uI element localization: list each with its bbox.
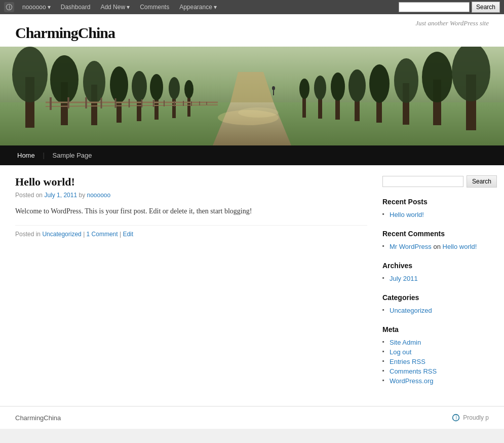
widget-meta-title: Meta: [382, 325, 489, 334]
svg-point-10: [83, 61, 105, 103]
site-title: CharmingChina: [15, 24, 115, 42]
sidebar-search-input[interactable]: [382, 176, 463, 187]
list-item: July 2011: [382, 274, 489, 283]
recent-posts-list: Hello world!: [382, 210, 489, 219]
recent-comments-list: Mr WordPress on Hello world!: [382, 242, 489, 251]
post-footer: Posted in Uncategorized | 1 Comment | Ed…: [15, 225, 367, 238]
meta-link-comments-rss[interactable]: Comments RSS: [390, 367, 437, 375]
site-tagline: Just another WordPress site: [415, 10, 489, 27]
sidebar-search-button[interactable]: Search: [467, 175, 497, 188]
nav-item-sample-page[interactable]: Sample Page: [46, 145, 99, 165]
admin-nav-site[interactable]: noooooo ▾: [18, 2, 55, 13]
comment-on-label: on: [433, 243, 442, 250]
widget-recent-comments: Recent Comments Mr WordPress on Hello wo…: [382, 230, 489, 251]
site-header: CharmingChina Just another WordPress sit…: [0, 14, 504, 47]
svg-point-30: [348, 69, 366, 102]
widget-meta: Meta Site Admin Log out Entries RSS Comm…: [382, 325, 489, 386]
meta-link-logout[interactable]: Log out: [390, 348, 411, 356]
svg-point-56: [238, 107, 279, 118]
post-date-link[interactable]: July 1, 2011: [44, 192, 77, 199]
list-item: Mr WordPress on Hello world!: [382, 242, 489, 251]
dashboard-label: Dashboard: [61, 4, 91, 11]
svg-point-6: [12, 47, 48, 102]
widget-archives-title: Archives: [382, 262, 489, 270]
list-item: Site Admin: [382, 338, 489, 347]
svg-point-18: [169, 77, 180, 99]
svg-point-16: [150, 74, 163, 100]
meta-link-wordpress-org[interactable]: WordPress.org: [390, 377, 433, 385]
site-footer: CharmingChina Proudly p: [0, 406, 504, 429]
addnew-label: Add New: [100, 4, 125, 11]
svg-point-8: [50, 55, 79, 104]
list-item: Hello world!: [382, 210, 489, 219]
post-edit-link[interactable]: Edit: [123, 231, 133, 238]
svg-point-28: [369, 64, 390, 103]
wp-footer-logo: [452, 414, 460, 422]
list-item: Comments RSS: [382, 366, 489, 376]
dropdown-arrow-icon-3: ▾: [214, 4, 217, 11]
main-column: Hello world! Posted on July 1, 2011 by n…: [15, 175, 367, 396]
comments-label: Comments: [140, 4, 169, 11]
appearance-label: Appearance: [179, 4, 212, 11]
dropdown-arrow-icon: ▾: [48, 4, 51, 11]
categories-list: Uncategorized: [382, 306, 489, 315]
list-item: Entries RSS: [382, 357, 489, 366]
svg-point-20: [184, 80, 193, 98]
sidebar: Search Recent Posts Hello world! Recent …: [382, 175, 489, 396]
content-area: Hello world! Posted on July 1, 2011 by n…: [0, 165, 504, 406]
comment-author-link[interactable]: Mr WordPress: [390, 243, 432, 250]
footer-site-name: CharmingChina: [15, 414, 61, 422]
site-wrapper: CharmingChina Just another WordPress sit…: [0, 14, 504, 429]
posted-on-label: Posted on: [15, 192, 43, 199]
list-item: WordPress.org: [382, 376, 489, 386]
footer-right: Proudly p: [452, 414, 489, 422]
admin-nav-appearance[interactable]: Appearance ▾: [175, 2, 221, 13]
svg-point-34: [314, 76, 326, 100]
widget-recent-posts-title: Recent Posts: [382, 198, 489, 206]
admin-nav-dashboard[interactable]: Dashboard: [57, 2, 95, 13]
post-content: Welcome to WordPress. This is your first…: [15, 206, 367, 217]
widget-archives: Archives July 2011: [382, 262, 489, 283]
svg-point-12: [110, 66, 128, 103]
post-author-link[interactable]: noooooo: [87, 192, 110, 199]
footer-proudly-text: Proudly p: [463, 414, 489, 421]
meta-link-entries-rss[interactable]: Entries RSS: [390, 358, 425, 365]
sidebar-search: Search: [382, 175, 489, 188]
post-title: Hello world!: [15, 175, 367, 189]
svg-point-32: [331, 72, 345, 101]
comment-post-link[interactable]: Hello world!: [443, 243, 477, 250]
nav-separator: |: [43, 152, 45, 160]
meta-list: Site Admin Log out Entries RSS Comments …: [382, 338, 489, 386]
nav-item-home[interactable]: Home: [10, 145, 42, 165]
admin-nav-addnew[interactable]: Add New ▾: [96, 2, 134, 13]
svg-point-36: [299, 79, 309, 99]
widget-categories: Categories Uncategorized: [382, 293, 489, 315]
post-article: Hello world! Posted on July 1, 2011 by n…: [15, 175, 367, 238]
dropdown-arrow-icon-2: ▾: [127, 4, 130, 11]
archives-list: July 2011: [382, 274, 489, 283]
archive-link-1[interactable]: July 2011: [390, 275, 418, 282]
post-comment-link[interactable]: 1 Comment: [87, 231, 118, 238]
wp-logo: [4, 2, 14, 12]
recent-post-link-1[interactable]: Hello world!: [390, 211, 424, 218]
by-label: by: [79, 192, 85, 199]
site-nav: Home | Sample Page: [0, 145, 504, 165]
post-category-link[interactable]: Uncategorized: [42, 231, 81, 238]
site-nav-label: noooooo: [22, 4, 46, 11]
svg-point-24: [422, 52, 452, 102]
hero-image: [0, 47, 504, 145]
posted-in-label: Posted in: [15, 231, 41, 238]
list-item: Log out: [382, 347, 489, 357]
widget-recent-comments-title: Recent Comments: [382, 230, 489, 238]
meta-link-site-admin[interactable]: Site Admin: [390, 339, 421, 346]
post-meta: Posted on July 1, 2011 by noooooo: [15, 192, 367, 199]
svg-point-14: [132, 71, 147, 101]
svg-point-53: [272, 86, 275, 90]
admin-nav-comments[interactable]: Comments: [136, 2, 173, 13]
svg-point-26: [394, 58, 418, 103]
list-item: Uncategorized: [382, 306, 489, 315]
widget-recent-posts: Recent Posts Hello world!: [382, 198, 489, 219]
widget-categories-title: Categories: [382, 293, 489, 302]
category-link-1[interactable]: Uncategorized: [390, 307, 432, 314]
